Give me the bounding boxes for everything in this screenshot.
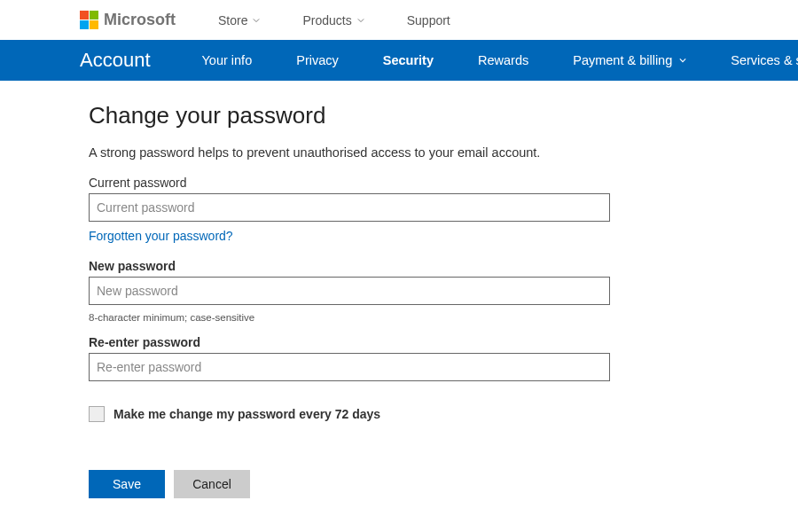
form-buttons: Save Cancel (89, 470, 638, 498)
current-password-label: Current password (89, 176, 638, 190)
chevron-down-icon (253, 17, 260, 24)
nav-products-label: Products (302, 13, 351, 27)
reenter-password-input[interactable] (89, 353, 610, 381)
brand-name: Microsoft (104, 11, 176, 29)
save-button[interactable]: Save (89, 470, 165, 498)
microsoft-logo-icon (80, 11, 98, 29)
page-title: Change your password (89, 102, 638, 129)
reenter-password-field: Re-enter password (89, 335, 638, 381)
tab-security[interactable]: Security (383, 53, 434, 67)
tab-your-info[interactable]: Your info (202, 53, 253, 67)
forgot-password-link[interactable]: Forgotten your password? (89, 229, 233, 243)
tab-payment-billing[interactable]: Payment & billing (573, 53, 686, 67)
rotate-password-row: Make me change my password every 72 days (89, 406, 638, 422)
rotate-password-label: Make me change my password every 72 days (113, 407, 380, 421)
nav-support[interactable]: Support (407, 13, 450, 27)
main-content: Change your password A strong password h… (0, 81, 638, 498)
account-nav: Account Your info Privacy Security Rewar… (0, 40, 798, 81)
nav-support-label: Support (407, 13, 450, 27)
cancel-button[interactable]: Cancel (174, 470, 250, 498)
nav-store-label: Store (218, 13, 247, 27)
reenter-password-label: Re-enter password (89, 335, 638, 349)
new-password-input[interactable] (89, 277, 610, 305)
current-password-input[interactable] (89, 193, 610, 222)
rotate-password-checkbox[interactable] (89, 406, 105, 422)
chevron-down-icon (357, 17, 364, 24)
current-password-field: Current password (89, 176, 638, 222)
tab-services[interactable]: Services & sub (731, 53, 798, 67)
account-nav-title: Account (80, 49, 151, 72)
chevron-down-icon (679, 57, 686, 64)
tab-payment-billing-label: Payment & billing (573, 53, 672, 67)
tab-rewards[interactable]: Rewards (478, 53, 528, 67)
nav-products[interactable]: Products (302, 13, 364, 27)
password-hint: 8-character minimum; case-sensitive (89, 312, 638, 323)
nav-store[interactable]: Store (218, 13, 260, 27)
tab-privacy[interactable]: Privacy (296, 53, 339, 67)
page-subtitle: A strong password helps to prevent unaut… (89, 145, 638, 160)
new-password-field: New password (89, 259, 638, 305)
global-nav: Microsoft Store Products Support (0, 0, 798, 40)
new-password-label: New password (89, 259, 638, 273)
microsoft-brand[interactable]: Microsoft (80, 11, 176, 29)
